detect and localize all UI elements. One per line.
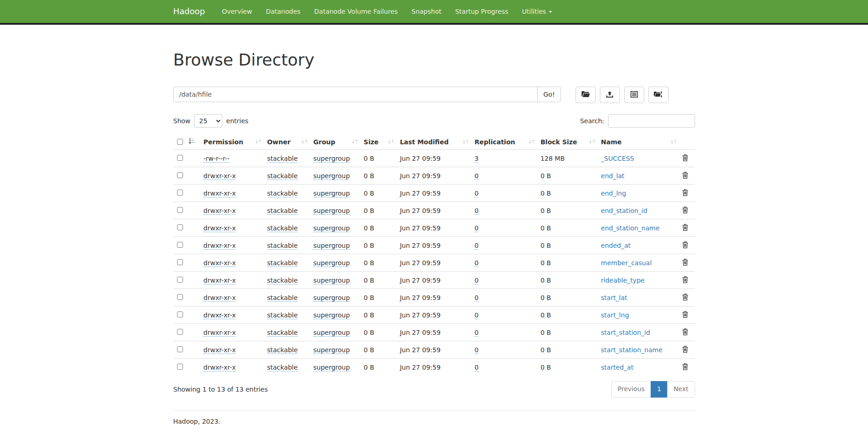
- row-checkbox[interactable]: [177, 224, 183, 230]
- file-name-link[interactable]: end_lat: [601, 172, 624, 180]
- column-header-group[interactable]: Group↓↑: [310, 134, 360, 150]
- file-name-link[interactable]: ended_at: [601, 242, 631, 249]
- trash-icon[interactable]: [682, 311, 688, 319]
- permission-value[interactable]: drwxr-xr-x: [204, 224, 236, 232]
- column-header-name[interactable]: Name↓↑: [597, 134, 679, 150]
- group-value[interactable]: supergroup: [313, 294, 350, 302]
- group-value[interactable]: supergroup: [313, 311, 350, 319]
- replication-value[interactable]: 0: [474, 172, 479, 180]
- upload-file-button[interactable]: [600, 87, 620, 103]
- move-paste-button[interactable]: [648, 87, 669, 103]
- owner-value[interactable]: stackable: [267, 207, 298, 215]
- file-name-link[interactable]: start_lng: [601, 311, 629, 319]
- trash-icon[interactable]: [682, 276, 688, 284]
- list-view-button[interactable]: [624, 87, 644, 103]
- group-value[interactable]: supergroup: [313, 155, 350, 163]
- owner-value[interactable]: stackable: [267, 242, 298, 250]
- group-value[interactable]: supergroup: [313, 259, 350, 267]
- group-value[interactable]: supergroup: [313, 190, 350, 197]
- replication-value[interactable]: 0: [474, 311, 479, 319]
- group-value[interactable]: supergroup: [313, 346, 350, 354]
- permission-value[interactable]: drwxr-xr-x: [204, 190, 236, 197]
- column-header-permission[interactable]: Permission↓↑: [200, 134, 264, 150]
- replication-value[interactable]: 3: [474, 155, 479, 163]
- nav-item-snapshot[interactable]: Snapshot: [404, 0, 448, 23]
- replication-value[interactable]: 0: [474, 242, 479, 250]
- owner-value[interactable]: stackable: [267, 294, 298, 302]
- search-input[interactable]: [608, 114, 695, 128]
- owner-value[interactable]: stackable: [267, 277, 298, 284]
- owner-value[interactable]: stackable: [267, 311, 298, 319]
- group-value[interactable]: supergroup: [313, 172, 350, 180]
- trash-icon[interactable]: [682, 328, 688, 337]
- open-directory-button[interactable]: [576, 87, 596, 103]
- group-value[interactable]: supergroup: [313, 242, 350, 250]
- pagination-previous[interactable]: Previous: [611, 381, 651, 398]
- row-checkbox[interactable]: [177, 294, 183, 300]
- trash-icon[interactable]: [682, 346, 688, 354]
- file-name-link[interactable]: rideable_type: [601, 277, 644, 284]
- nav-item-datanodes[interactable]: Datanodes: [259, 0, 307, 23]
- permission-value[interactable]: drwxr-xr-x: [204, 259, 236, 267]
- owner-value[interactable]: stackable: [267, 346, 298, 354]
- permission-value[interactable]: drwxr-xr-x: [204, 207, 236, 215]
- permission-value[interactable]: drwxr-xr-x: [204, 277, 236, 284]
- row-checkbox[interactable]: [177, 190, 183, 196]
- permission-value[interactable]: drwxr-xr-x: [204, 172, 236, 180]
- brand-hadoop[interactable]: Hadoop: [173, 0, 205, 23]
- directory-path-input[interactable]: [173, 87, 538, 102]
- trash-icon[interactable]: [682, 189, 688, 197]
- trash-icon[interactable]: [682, 241, 688, 250]
- file-name-link[interactable]: start_lat: [601, 294, 627, 301]
- owner-value[interactable]: stackable: [267, 364, 298, 371]
- trash-icon[interactable]: [682, 294, 688, 302]
- permission-value[interactable]: drwxr-xr-x: [204, 242, 236, 250]
- group-value[interactable]: supergroup: [313, 207, 350, 215]
- row-checkbox[interactable]: [177, 346, 183, 352]
- row-checkbox[interactable]: [177, 277, 183, 283]
- permission-value[interactable]: drwxr-xr-x: [204, 311, 236, 319]
- go-button[interactable]: Go!: [537, 87, 561, 102]
- owner-value[interactable]: stackable: [267, 259, 298, 267]
- trash-icon[interactable]: [682, 172, 688, 180]
- group-value[interactable]: supergroup: [313, 329, 350, 337]
- page-size-select[interactable]: 25: [194, 114, 222, 128]
- row-checkbox[interactable]: [177, 364, 183, 370]
- file-name-link[interactable]: _SUCCESS: [601, 155, 634, 162]
- replication-value[interactable]: 0: [474, 364, 479, 371]
- row-checkbox[interactable]: [177, 207, 183, 213]
- owner-value[interactable]: stackable: [267, 190, 298, 197]
- row-checkbox[interactable]: [177, 259, 183, 265]
- column-header-size[interactable]: Size↓↑: [360, 134, 396, 150]
- column-header-owner[interactable]: Owner↓↑: [264, 134, 310, 150]
- pagination-next[interactable]: Next: [667, 381, 695, 398]
- owner-value[interactable]: stackable: [267, 155, 298, 163]
- file-name-link[interactable]: started_at: [601, 364, 633, 371]
- permission-value[interactable]: drwxr-xr-x: [204, 364, 236, 371]
- permission-value[interactable]: drwxr-xr-x: [204, 346, 236, 354]
- file-name-link[interactable]: start_station_name: [601, 346, 663, 354]
- replication-value[interactable]: 0: [474, 224, 479, 232]
- select-all-header[interactable]: [173, 134, 200, 150]
- replication-value[interactable]: 0: [474, 190, 479, 197]
- replication-value[interactable]: 0: [474, 346, 479, 354]
- replication-value[interactable]: 0: [474, 329, 479, 337]
- trash-icon[interactable]: [682, 207, 688, 215]
- permission-value[interactable]: drwxr-xr-x: [204, 329, 236, 337]
- replication-value[interactable]: 0: [474, 294, 479, 302]
- nav-item-startup-progress[interactable]: Startup Progress: [448, 0, 515, 23]
- row-checkbox[interactable]: [177, 311, 183, 317]
- row-checkbox[interactable]: [177, 329, 183, 335]
- trash-icon[interactable]: [682, 224, 688, 232]
- file-name-link[interactable]: member_casual: [601, 259, 652, 267]
- permission-value[interactable]: -rw-r--r--: [204, 155, 230, 163]
- row-checkbox[interactable]: [177, 242, 183, 248]
- select-all-checkbox[interactable]: [177, 139, 183, 145]
- column-header-last-modified[interactable]: Last Modified↓↑: [396, 134, 471, 150]
- permission-value[interactable]: drwxr-xr-x: [204, 294, 236, 302]
- file-name-link[interactable]: end_lng: [601, 190, 626, 197]
- nav-item-overview[interactable]: Overview: [215, 0, 259, 23]
- replication-value[interactable]: 0: [474, 207, 479, 215]
- group-value[interactable]: supergroup: [313, 277, 350, 284]
- replication-value[interactable]: 0: [474, 259, 479, 267]
